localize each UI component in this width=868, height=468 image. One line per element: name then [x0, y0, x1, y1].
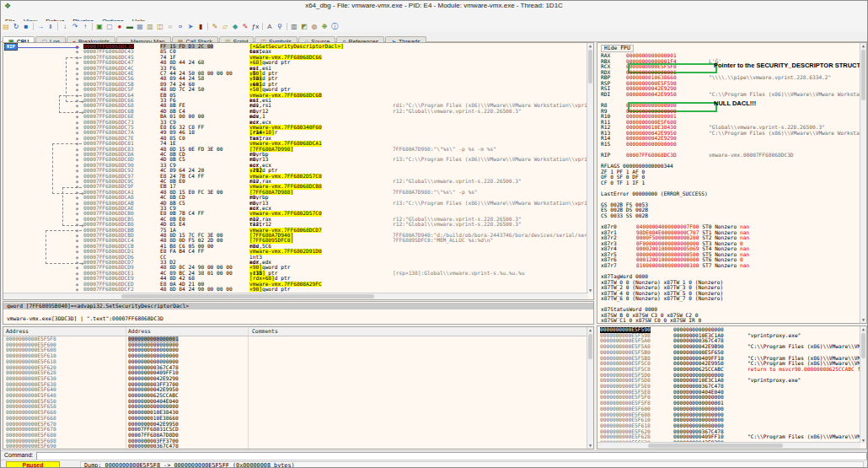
disassembly-pane[interactable]: ●00007FF68068DC3DFF 15 FD D3 2C 00call q… — [3, 42, 594, 300]
dump-row[interactable]: 0000000000E5F64800000000625CCABC — [3, 393, 593, 399]
breakpoint-icon[interactable]: ● — [115, 21, 125, 32]
references-icon[interactable]: ¤ — [175, 21, 185, 32]
register-line[interactable]: CS 0033 SS 002B — [601, 213, 866, 219]
call-stack-icon[interactable]: ▦ — [135, 21, 145, 32]
assemble-icon[interactable]: A — [265, 21, 275, 32]
threads-icon[interactable]: ➤ — [185, 21, 196, 32]
dump-row[interactable]: 0000000000E5F6000000000000000000 — [3, 342, 593, 348]
title-bar[interactable]: ❖ x64_dbg - File: vmware-vmx.exe - PID: … — [1, 1, 867, 13]
register-line[interactable]: x87TW_6 0 (Nonzero) x87TW_7 0 (Nonzero) — [601, 296, 866, 302]
fx-icon[interactable]: ƒx — [250, 21, 260, 32]
register-line[interactable]: x87SW_C1 0 x87SW_C0 0 x87SW_IR 0 — [601, 318, 866, 324]
step-into-icon[interactable]: ↓ — [60, 21, 70, 32]
cpu-window-icon[interactable]: ▣ — [94, 21, 104, 32]
dump-row[interactable]: 0000000000E5F6680000000010E38660 — [3, 416, 593, 422]
step-out-icon[interactable]: ↑ — [80, 21, 90, 32]
dump-row[interactable]: 0000000000E5F67000000000042E9950 — [3, 422, 593, 428]
pause-icon[interactable]: ‖ — [46, 21, 56, 32]
stack-hscrollbar[interactable] — [597, 442, 860, 449]
dump-row[interactable]: 0000000000E5F64000000000042E9950 — [3, 387, 593, 393]
dump-row[interactable]: 0000000000E5F6080000000000000000 — [3, 347, 593, 353]
dump-row[interactable]: 0000000000E5F690000000000367C478 — [3, 444, 593, 449]
dump-row[interactable]: 0000000000E5F67800007FF68031C5CD — [3, 427, 593, 433]
scroll-down-arrow[interactable]: ▼ — [860, 317, 866, 323]
symbols-icon[interactable]: ◫ — [155, 21, 165, 32]
about-icon[interactable]: ⓘ — [330, 21, 340, 32]
register-info-text: x87TW_6 0 (Nonzero) x87TW_7 0 (Nonzero) — [601, 295, 723, 301]
dump-row[interactable]: 0000000000E5F6180000000000000000 — [3, 359, 593, 365]
scroll-thumb[interactable] — [648, 444, 783, 448]
dump-row[interactable]: 0000000000E5F68000007FF680A7D8D0 — [3, 433, 593, 438]
scroll-down-arrow[interactable]: ▼ — [587, 443, 593, 449]
bug-icon[interactable]: ❉ — [319, 21, 330, 32]
scroll-down-arrow[interactable]: ▼ — [587, 288, 593, 293]
highlight-icon[interactable]: ✎ — [240, 21, 250, 32]
dump-pane[interactable]: AddressAddressComments 0000000000E5F5F80… — [3, 326, 594, 449]
scroll-thumb[interactable] — [588, 50, 592, 83]
source-icon[interactable]: ○ — [165, 21, 175, 32]
restart-icon[interactable]: ↻ — [11, 21, 21, 32]
dump-row[interactable]: 0000000000E5F6580000000000000000 — [3, 404, 593, 410]
dump-column-header[interactable]: Address — [128, 327, 151, 336]
stack-pane[interactable]: 0000000000E5F590000000000000000000000000… — [597, 325, 867, 449]
dump-value: 000000000367C478 — [128, 444, 179, 449]
register-info-text: CF 0 TF 1 IF 1 — [601, 180, 645, 186]
dump-row[interactable]: 0000000000E5F620000000000367C478 — [3, 365, 593, 371]
register-info-text: CS 0033 SS 002B — [601, 212, 648, 218]
scroll-down-arrow[interactable]: ▼ — [860, 438, 866, 444]
bookmark-icon[interactable]: ◆ — [230, 21, 240, 32]
scroll-up-arrow[interactable]: ▲ — [860, 43, 866, 49]
log-window-icon[interactable]: ▢ — [104, 21, 115, 32]
dump-row[interactable]: 0000000000E5F6600000000010E38430 — [3, 410, 593, 416]
disassembly-row[interactable]: ●00007FF68068DCF248 8D 84 24 90 00 00 00… — [3, 287, 593, 292]
dump-row[interactable]: 0000000000E5F5F80000000000000001 — [3, 336, 593, 342]
scroll-thumb[interactable] — [121, 294, 374, 299]
stop-icon[interactable]: ■ — [21, 21, 31, 32]
stack-comment: "C:\\Program Files (x86)\\VMware\\VMware… — [747, 344, 867, 350]
dump-row[interactable]: 0000000000E5F6880000000003FF3700 — [3, 438, 593, 444]
register-value: 00000000042E9950 — [626, 91, 677, 97]
dump-row[interactable]: 0000000000E5F650000000000404E040 — [3, 399, 593, 405]
label-icon[interactable]: ▱ — [220, 21, 230, 32]
dump-address: 0000000000E5F690 — [6, 444, 56, 449]
scroll-up-arrow[interactable]: ▲ — [587, 327, 593, 333]
registers-pane[interactable]: Hide FPU RAX0000000000000001RBX000000000… — [597, 42, 867, 324]
scroll-up-arrow[interactable]: ▲ — [587, 43, 593, 49]
dump-row[interactable]: 0000000000E5F6100000000000000000 — [3, 353, 593, 359]
scroll-up-arrow[interactable]: ▲ — [860, 326, 866, 332]
scroll-thumb[interactable] — [861, 333, 865, 358]
attach-icon[interactable]: ⚲ — [275, 21, 285, 32]
scroll-thumb[interactable] — [861, 50, 865, 100]
scroll-thumb[interactable] — [588, 334, 592, 359]
toolbar-separator — [57, 23, 58, 30]
registers-vscrollbar[interactable]: ▲ ▼ — [860, 43, 866, 323]
dump-row[interactable]: 0000000000E5F628000000000409FF10 — [3, 370, 593, 376]
breakpoint-dot[interactable]: ● — [76, 287, 78, 292]
x64dbg-window: ❖ x64_dbg - File: vmware-vmx.exe - PID: … — [0, 0, 868, 468]
dump-vscrollbar[interactable]: ▲ ▼ — [587, 327, 593, 449]
script-icon[interactable]: ▥ — [145, 21, 155, 32]
patches-icon[interactable]: ▮ — [196, 21, 206, 32]
status-dump-range: Dump: 0000000000E5F5F8 -> 0000000000E5F5… — [80, 461, 864, 468]
update-icon[interactable]: ◍ — [309, 21, 319, 32]
disasm-hscrollbar[interactable] — [3, 293, 588, 299]
run-icon[interactable]: → — [35, 21, 46, 32]
dump-column-header[interactable]: Address — [6, 327, 29, 336]
dump-column-header[interactable]: Comments — [252, 327, 278, 336]
step-over-icon[interactable]: ↷ — [70, 21, 80, 32]
settings-icon[interactable]: ▥ — [289, 21, 299, 32]
comment-icon[interactable]: ✎ — [210, 21, 220, 32]
open-file-icon[interactable]: ▤ — [1, 21, 11, 32]
memory-map-icon[interactable]: ▬ — [125, 21, 135, 32]
jump-flow-arrow: ▶ — [59, 95, 82, 113]
jump-arrow-tip: ▶ — [82, 223, 84, 228]
disasm-vscrollbar[interactable]: ▲ ▼ — [587, 43, 593, 293]
appearance-icon[interactable]: ◩ — [299, 21, 309, 32]
dump-row[interactable]: 0000000000E5F63000000000042E9290 — [3, 376, 593, 382]
stack-vscrollbar[interactable]: ▲ ▼ — [860, 326, 866, 444]
hide-fpu-button[interactable]: Hide FPU — [601, 45, 634, 52]
dump-row[interactable]: 0000000000E5F6380000000003FF3700 — [3, 382, 593, 388]
annotation-note: Pointer to the SECURITY_DESCRIPTOR STRUC… — [714, 63, 867, 69]
register-value: 81000000000000000100 — [636, 262, 699, 268]
info-line-resolved-call: qword [7FF68095B040]=<advapi32.SetSecuri… — [3, 303, 594, 309]
